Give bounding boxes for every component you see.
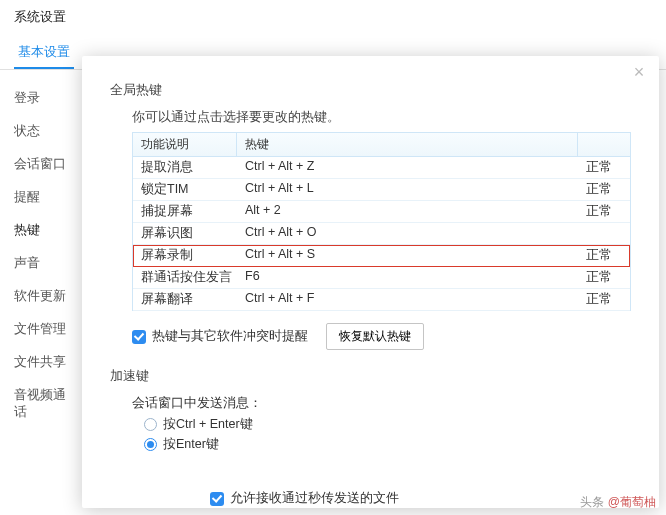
reset-hotkeys-button[interactable]: 恢复默认热键 [326,323,424,350]
global-hotkeys-hint: 你可以通过点击选择要更改的热键。 [132,109,631,126]
col-st [578,133,630,156]
sidebar-item-2[interactable]: 会话窗口 [0,148,88,181]
sidebar-item-0[interactable]: 登录 [0,82,88,115]
hotkey-row[interactable]: 群通话按住发言F6正常 [133,267,630,289]
radio-icon [144,438,157,451]
hotkey-key: Ctrl + Alt + L [237,179,578,200]
sidebar-item-8[interactable]: 文件共享 [0,346,88,379]
sidebar-item-4[interactable]: 热键 [0,214,88,247]
author-watermark: 头条 @葡萄柚 [580,494,656,511]
hotkey-row[interactable]: 提取消息Ctrl + Alt + Z正常 [133,157,630,179]
hotkey-table: 功能说明 热键 提取消息Ctrl + Alt + Z正常锁定TIMCtrl + … [132,132,631,311]
hotkey-fn: 捕捉屏幕 [133,201,237,222]
hotkey-key: Ctrl + Alt + O [237,223,578,244]
hotkey-row[interactable]: 屏幕翻译Ctrl + Alt + F正常 [133,289,630,311]
conflict-alert-label: 热键与其它软件冲突时提醒 [152,328,308,345]
hotkey-fn: 屏幕识图 [133,223,237,244]
check-icon [210,492,224,506]
hotkey-fn: 锁定TIM [133,179,237,200]
hotkey-fn: 屏幕翻译 [133,289,237,310]
send-message-label: 会话窗口中发送消息： [132,395,631,412]
col-hk: 热键 [237,133,578,156]
sidebar-item-5[interactable]: 声音 [0,247,88,280]
hotkey-row[interactable]: 捕捉屏幕Alt + 2正常 [133,201,630,223]
settings-panel: × 全局热键 你可以通过点击选择要更改的热键。 功能说明 热键 提取消息Ctrl… [82,56,659,508]
hotkey-fn: 屏幕录制 [133,245,237,266]
accelerator-title: 加速键 [110,368,631,385]
hotkey-key: Alt + 2 [237,201,578,222]
sidebar-item-9[interactable]: 音视频通话 [0,379,88,429]
radio-enter-label: 按Enter键 [163,436,219,453]
hotkey-status [578,223,630,244]
hotkey-key: Ctrl + Alt + F [237,289,578,310]
hotkey-key: Ctrl + Alt + S [237,245,578,266]
allow-flash-transfer-label: 允许接收通过秒传发送的文件 [230,490,399,507]
close-icon[interactable]: × [629,62,649,82]
sidebar-item-1[interactable]: 状态 [0,115,88,148]
hotkey-key: Ctrl + Alt + Z [237,157,578,178]
radio-ctrl-enter-label: 按Ctrl + Enter键 [163,416,253,433]
col-fn: 功能说明 [133,133,237,156]
sidebar-item-6[interactable]: 软件更新 [0,280,88,313]
radio-enter[interactable]: 按Enter键 [144,436,631,453]
hotkey-status: 正常 [578,179,630,200]
hotkey-row[interactable]: 屏幕录制Ctrl + Alt + S正常 [133,245,630,267]
hotkey-status: 正常 [578,245,630,266]
hotkey-row[interactable]: 锁定TIMCtrl + Alt + L正常 [133,179,630,201]
radio-icon [144,418,157,431]
radio-ctrl-enter[interactable]: 按Ctrl + Enter键 [144,416,631,433]
hotkey-key: F6 [237,267,578,288]
global-hotkeys-title: 全局热键 [110,82,631,99]
tab-basic[interactable]: 基本设置 [14,35,74,69]
hotkey-fn: 提取消息 [133,157,237,178]
hotkey-status: 正常 [578,201,630,222]
check-icon [132,330,146,344]
window-title: 系统设置 [0,0,666,35]
sidebar-item-7[interactable]: 文件管理 [0,313,88,346]
hotkey-status: 正常 [578,157,630,178]
conflict-alert-checkbox[interactable]: 热键与其它软件冲突时提醒 [132,328,308,345]
sidebar: 登录状态会话窗口提醒热键声音软件更新文件管理文件共享音视频通话 [0,70,88,515]
sidebar-item-3[interactable]: 提醒 [0,181,88,214]
hotkey-table-header: 功能说明 热键 [133,132,630,157]
hotkey-row[interactable]: 屏幕识图Ctrl + Alt + O [133,223,630,245]
global-hotkeys-section: 全局热键 你可以通过点击选择要更改的热键。 功能说明 热键 提取消息Ctrl +… [110,82,631,350]
allow-flash-transfer-checkbox[interactable]: 允许接收通过秒传发送的文件 [210,490,399,507]
hotkey-fn: 群通话按住发言 [133,267,237,288]
accelerator-section: 加速键 会话窗口中发送消息： 按Ctrl + Enter键 按Enter键 [110,368,631,453]
hotkey-status: 正常 [578,289,630,310]
hotkey-status: 正常 [578,267,630,288]
